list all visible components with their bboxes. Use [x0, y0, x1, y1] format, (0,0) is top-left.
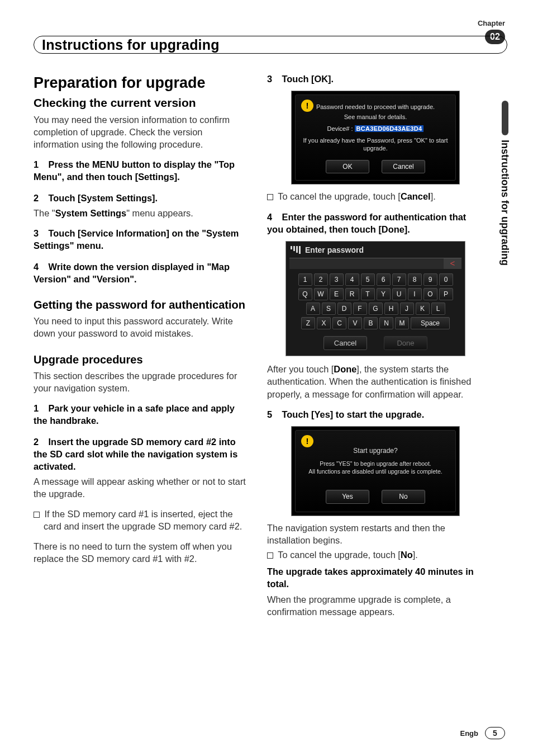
key-4[interactable]: 4	[345, 273, 359, 286]
key-7[interactable]: 7	[392, 273, 406, 286]
step-text: Insert the upgrade SD memory card #2 int…	[34, 437, 237, 471]
language-code: Engb	[460, 729, 479, 738]
step-text: Touch [Service Information] on the "Syst…	[34, 228, 239, 251]
page-number: 5	[485, 727, 505, 739]
screenshot-start-upgrade: ! Start upgrade? Press "YES" to begin up…	[291, 426, 460, 516]
key-e[interactable]: E	[330, 288, 344, 300]
step-4: 4 Write down the version displayed in "M…	[34, 261, 250, 285]
proc-step-2: 2 Insert the upgrade SD memory card #2 i…	[34, 436, 250, 472]
no-button[interactable]: No	[382, 490, 425, 503]
proc-step-3: 3 Touch [OK].	[267, 73, 484, 85]
step-text: Enter the password for authentication th…	[267, 212, 466, 234]
checkbox-icon	[267, 552, 273, 559]
key-3[interactable]: 3	[330, 273, 344, 286]
dialog-text: Start upgrade?	[300, 446, 451, 455]
key-s[interactable]: S	[322, 303, 336, 315]
key-a[interactable]: A	[306, 303, 320, 315]
key-b[interactable]: B	[364, 317, 378, 329]
key-k[interactable]: K	[416, 303, 430, 315]
key-9[interactable]: 9	[423, 273, 437, 286]
step-text: Touch [Yes] to start the upgrade.	[282, 409, 425, 419]
step-number: 1	[34, 158, 46, 171]
subsection-title: Upgrade procedures	[34, 352, 250, 367]
alert-icon: !	[301, 435, 313, 447]
ok-button[interactable]: OK	[326, 160, 369, 173]
key-0[interactable]: 0	[439, 273, 453, 286]
dialog-text: See manual for details.	[300, 113, 451, 121]
dialog-text: Press "YES" to begin upgrade after reboo…	[300, 460, 451, 467]
key-8[interactable]: 8	[408, 273, 422, 286]
step-number: 5	[267, 408, 279, 420]
key-n[interactable]: N	[379, 317, 393, 329]
key-p[interactable]: P	[439, 288, 453, 300]
key-r[interactable]: R	[345, 288, 359, 300]
key-row-2: QWERTYUIOP	[286, 287, 465, 301]
step-1: 1 Press the MENU button to display the "…	[34, 158, 250, 183]
keyboard-title: Enter password	[305, 245, 364, 256]
alert-icon: !	[301, 100, 313, 112]
step-body: The "System Settings" menu appears.	[34, 207, 250, 219]
step-2: 2 Touch [System Settings].	[34, 192, 250, 204]
key-w[interactable]: W	[314, 288, 328, 300]
signal-icon	[291, 246, 301, 254]
cancel-button[interactable]: Cancel	[382, 160, 425, 173]
backspace-icon[interactable]: <	[444, 258, 461, 269]
key-v[interactable]: V	[348, 317, 362, 329]
step-number: 4	[34, 261, 46, 273]
key-1[interactable]: 1	[298, 273, 312, 286]
step-number: 4	[267, 211, 279, 223]
subsection-title: Getting the password for authentication	[34, 297, 250, 313]
warning-text: The upgrade takes approximately 40 minut…	[267, 565, 484, 590]
dialog-text: If you already have the Password, press …	[300, 136, 451, 153]
key-g[interactable]: G	[369, 303, 383, 315]
key-i[interactable]: I	[408, 288, 422, 300]
section-title: Preparation for upgrade	[34, 73, 250, 93]
key-f[interactable]: F	[353, 303, 367, 315]
key-t[interactable]: T	[361, 288, 375, 300]
checkbox-icon	[267, 194, 273, 200]
key-row-3: ASDFGHJKL	[286, 301, 465, 316]
device-line: Device# : BCA3ED06D43AE3D4	[300, 125, 451, 133]
step-text: Touch [OK].	[282, 74, 334, 84]
key-u[interactable]: U	[392, 288, 406, 300]
bullet-note-cont: There is no need to turn the system off …	[34, 540, 250, 565]
key-5[interactable]: 5	[361, 273, 375, 286]
header-title: Instructions for upgrading	[42, 37, 220, 53]
right-column: 3 Touch [OK]. ! Password needed to proce…	[267, 69, 507, 626]
paragraph: This section describes the upgrade proce…	[34, 370, 250, 394]
key-c[interactable]: C	[332, 317, 346, 329]
side-tab: Instructions for upgrading	[499, 101, 511, 266]
step-text: Touch [System Settings].	[49, 193, 158, 203]
side-pill-icon	[502, 101, 508, 135]
key-d[interactable]: D	[337, 303, 351, 315]
key-m[interactable]: M	[395, 317, 409, 329]
key-x[interactable]: X	[317, 317, 331, 329]
key-j[interactable]: J	[400, 303, 414, 315]
step-number: 2	[34, 436, 46, 448]
key-y[interactable]: Y	[377, 288, 391, 300]
step-number: 1	[34, 402, 46, 414]
screenshot-keyboard: Enter password < 1234567890 QWERTYUIOP A…	[285, 241, 465, 356]
step-text: Write down the version displayed in "Map…	[34, 262, 230, 284]
key-l[interactable]: L	[431, 303, 445, 315]
key-space[interactable]: Space	[411, 317, 450, 329]
key-q[interactable]: Q	[298, 288, 312, 300]
step-text: Park your vehicle in a safe place and ap…	[34, 403, 235, 426]
keyboard-done-button[interactable]: Done	[384, 336, 427, 351]
key-6[interactable]: 6	[377, 273, 391, 286]
key-h[interactable]: H	[384, 303, 398, 315]
dialog-text: Password needed to proceed with upgrade.	[300, 103, 451, 111]
password-input[interactable]: <	[289, 258, 461, 269]
bullet-note: To cancel the upgrade, touch [Cancel].	[267, 190, 484, 202]
step-body: A message will appear asking whether or …	[34, 475, 250, 500]
yes-button[interactable]: Yes	[326, 490, 369, 503]
key-z[interactable]: Z	[301, 317, 315, 329]
keyboard-cancel-button[interactable]: Cancel	[323, 336, 367, 351]
key-2[interactable]: 2	[314, 273, 328, 286]
chapter-label: Chapter	[478, 19, 505, 27]
dialog-text: All functions are disabled until upgrade…	[300, 467, 451, 475]
step-number: 3	[34, 227, 46, 239]
device-id: BCA3ED06D43AE3D4	[355, 125, 424, 132]
key-o[interactable]: O	[423, 288, 437, 300]
proc-step-1: 1 Park your vehicle in a safe place and …	[34, 402, 250, 427]
